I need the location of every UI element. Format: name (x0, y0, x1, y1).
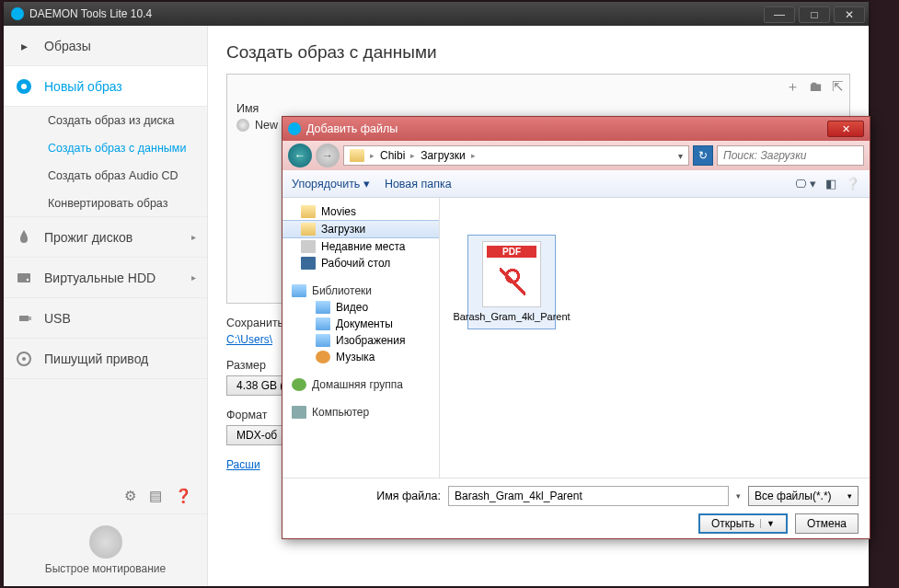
quick-mount[interactable]: Быстрое монтирование (4, 513, 207, 586)
sidebar-item-vhdd[interactable]: Виртуальные HDD ▸ (4, 258, 207, 298)
recent-icon (301, 240, 316, 253)
sidebar-item-label: Создать образ Audio CD (48, 169, 179, 182)
minimize-button[interactable]: — (764, 6, 795, 23)
drive-icon (15, 350, 33, 368)
add-file-icon[interactable]: ＋ (786, 78, 800, 96)
tree-item-pictures[interactable]: Изображения (282, 332, 439, 349)
tree-label: Компьютер (312, 406, 369, 419)
dialog-navbar: ← → ▸ Chibi ▸ Загрузки ▸ ▾ ↻ (282, 141, 870, 170)
column-name: Имя (236, 102, 259, 115)
tree-item-downloads[interactable]: Загрузки (282, 220, 439, 238)
refresh-button[interactable]: ↻ (693, 145, 713, 166)
svg-point-7 (22, 357, 26, 361)
advanced-link[interactable]: Расши (226, 458, 260, 471)
library-icon (292, 284, 306, 297)
tree-label: Музыка (336, 351, 375, 363)
dialog-help-icon[interactable]: ❔ (846, 177, 860, 190)
news-icon[interactable]: ▤ (149, 488, 162, 504)
chevron-right-icon: ▸ (191, 272, 196, 282)
tree-item-recent[interactable]: Недавние места (282, 238, 439, 255)
svg-rect-4 (19, 316, 29, 321)
crumb-dropdown-icon[interactable]: ▾ (678, 151, 683, 161)
save-path[interactable]: C:\Users\ (226, 333, 272, 346)
folder-icon (350, 149, 364, 162)
sidebar-sub-data-image[interactable]: Создать образ с данными (4, 134, 207, 162)
add-folder-icon[interactable]: 🖿 (809, 78, 823, 96)
add-files-dialog: Добавить файлы ✕ ← → ▸ Chibi ▸ Загрузки … (282, 116, 870, 539)
svg-point-3 (27, 278, 29, 281)
help-icon[interactable]: ❓ (175, 488, 192, 504)
desktop-icon (301, 257, 316, 270)
folder-icon (301, 205, 316, 218)
tree-libraries[interactable]: Библиотеки (282, 282, 439, 299)
disc-icon (15, 77, 33, 96)
mount-label: Быстрое монтирование (45, 562, 166, 575)
sidebar-item-burn[interactable]: Прожиг дисков ▸ (4, 217, 207, 258)
app-logo-icon (11, 7, 24, 20)
sidebar-item-label: Конвертировать образ (48, 197, 167, 210)
new-folder-button[interactable]: Новая папка (385, 178, 452, 190)
folder-tree[interactable]: Movies Загрузки Недавние места Рабочий с… (282, 198, 439, 478)
nav-forward-button[interactable]: → (316, 144, 340, 167)
gear-icon[interactable]: ⚙ (124, 488, 136, 504)
sidebar-sub-convert[interactable]: Конвертировать образ (4, 190, 207, 217)
tree-homegroup[interactable]: Домашняя группа (282, 376, 439, 393)
crumb-item[interactable]: Chibi (380, 149, 405, 162)
sidebar-item-label: Виртуальные HDD (44, 271, 156, 285)
filename-dropdown-icon[interactable]: ▾ (736, 491, 741, 501)
library-icon (316, 334, 330, 347)
tree-computer[interactable]: Компьютер (282, 404, 439, 421)
open-button[interactable]: Открыть▼ (698, 513, 788, 534)
sidebar-item-label: Новый образ (44, 79, 122, 94)
sidebar-sub-from-disc[interactable]: Создать образ из диска (4, 107, 207, 134)
mount-disc-icon (89, 525, 122, 559)
file-pane[interactable]: Barash_Gram_4kl_Parent (439, 198, 870, 478)
pdf-icon (482, 241, 541, 307)
tree-label: Movies (321, 205, 356, 218)
homegroup-icon (292, 378, 306, 391)
titlebar[interactable]: DAEMON Tools Lite 10.4 — □ ✕ (4, 2, 869, 26)
tree-label: Документы (336, 317, 393, 330)
file-name: Barash_Gram_4kl_Parent (453, 311, 570, 323)
file-item[interactable]: Barash_Gram_4kl_Parent (467, 235, 556, 329)
sidebar-item-label: Создать образ из диска (48, 114, 174, 127)
tree-item-desktop[interactable]: Рабочий стол (282, 255, 439, 271)
crumb-item[interactable]: Загрузки (421, 149, 465, 162)
sidebar-item-writer[interactable]: Пишущий привод (4, 339, 207, 379)
dialog-close-button[interactable]: ✕ (827, 121, 864, 137)
maximize-button[interactable]: □ (799, 6, 830, 23)
cancel-button[interactable]: Отмена (795, 513, 859, 534)
library-icon (316, 317, 330, 330)
tree-item-music[interactable]: Музыка (282, 349, 439, 365)
organize-menu[interactable]: Упорядочить ▾ (292, 177, 370, 190)
flame-icon (15, 228, 33, 247)
chevron-right-icon: ▸ (191, 232, 196, 242)
search-input[interactable] (717, 145, 864, 166)
sidebar-item-new-image[interactable]: Новый образ (4, 66, 207, 107)
nav-back-button[interactable]: ← (288, 144, 312, 167)
tree-label: Рабочий стол (321, 257, 390, 270)
sidebar-item-images[interactable]: ▸ Образы (4, 26, 207, 66)
close-button[interactable]: ✕ (834, 6, 865, 23)
dialog-title: Добавить файлы (306, 122, 398, 135)
file-name-input[interactable] (448, 486, 729, 506)
preview-pane-button[interactable]: ◧ (825, 177, 836, 190)
tree-item-movies[interactable]: Movies (282, 203, 439, 220)
tree-label: Библиотеки (312, 284, 372, 297)
breadcrumb[interactable]: ▸ Chibi ▸ Загрузки ▸ ▾ (343, 145, 689, 166)
file-filter-combo[interactable]: Все файлы(*.*)▾ (748, 486, 859, 506)
dialog-titlebar[interactable]: Добавить файлы ✕ (282, 117, 870, 141)
sidebar-item-usb[interactable]: USB (4, 298, 207, 339)
tree-label: Домашняя группа (312, 378, 403, 391)
tree-item-video[interactable]: Видео (282, 299, 439, 316)
sidebar-sub-audio-cd[interactable]: Создать образ Audio CD (4, 162, 207, 190)
dialog-toolbar: Упорядочить ▾ Новая папка 🖵 ▾ ◧ ❔ (282, 170, 870, 198)
tree-item-documents[interactable]: Документы (282, 316, 439, 332)
tree-label: Изображения (336, 334, 405, 347)
new-image-row[interactable]: New (236, 119, 278, 132)
svg-rect-5 (29, 317, 31, 320)
usb-icon (15, 309, 33, 328)
import-icon[interactable]: ⇱ (832, 78, 844, 96)
library-icon (316, 301, 330, 314)
view-mode-button[interactable]: 🖵 ▾ (795, 177, 816, 190)
